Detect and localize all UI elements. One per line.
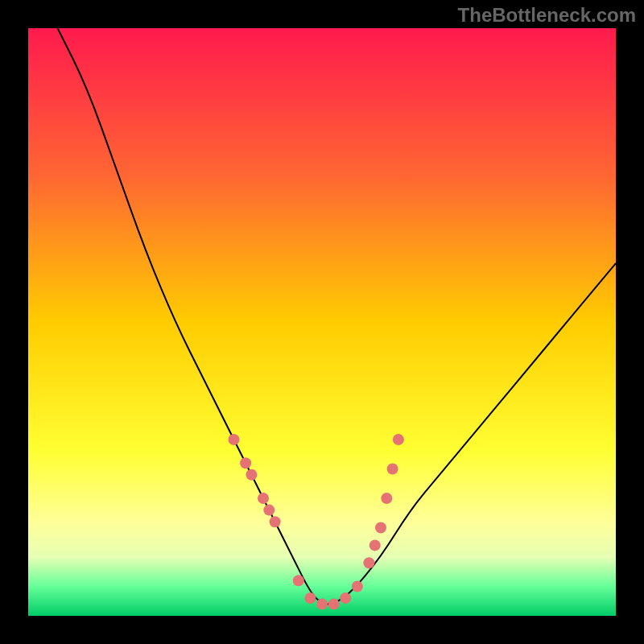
watermark-text: TheBottleneck.com xyxy=(458,4,636,27)
data-point xyxy=(263,505,275,516)
data-point xyxy=(246,469,257,481)
data-point xyxy=(316,598,328,609)
data-point xyxy=(293,575,304,586)
data-point xyxy=(270,516,281,527)
plot-background xyxy=(28,28,616,616)
data-point xyxy=(240,457,251,469)
data-point xyxy=(340,592,351,604)
data-point xyxy=(304,592,316,604)
data-point xyxy=(258,493,269,504)
data-point xyxy=(375,522,386,534)
data-point xyxy=(229,434,240,445)
data-point xyxy=(387,464,398,475)
data-point xyxy=(393,434,404,445)
data-point xyxy=(369,539,381,551)
data-point xyxy=(328,598,340,609)
data-point xyxy=(381,493,392,504)
bottleneck-chart xyxy=(0,0,644,644)
data-point xyxy=(352,581,363,592)
data-point xyxy=(363,557,374,568)
